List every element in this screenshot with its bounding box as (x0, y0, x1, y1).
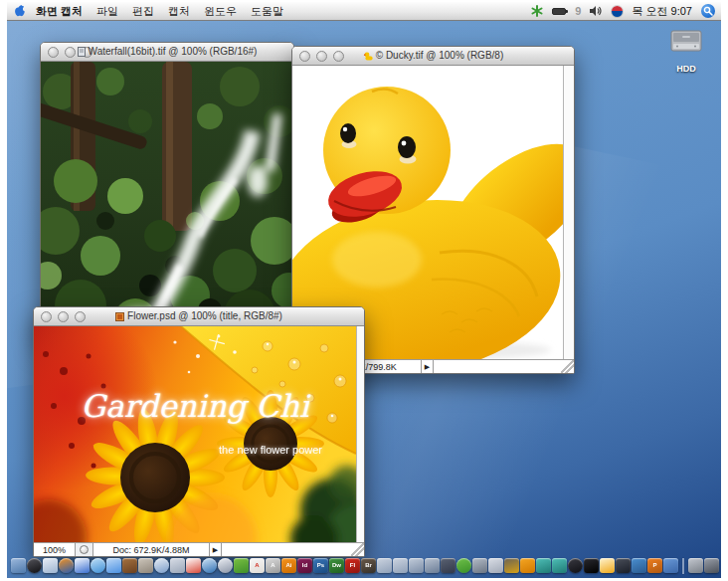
dock-icon-teal-mountain-2[interactable] (552, 558, 567, 573)
menu-edit[interactable]: 편집 (132, 4, 154, 19)
waterfall-canvas[interactable] (41, 62, 293, 339)
close-button[interactable] (48, 47, 59, 58)
dock-icon-statue-3[interactable] (409, 558, 424, 573)
flower-statusbar: 100% Doc: 672.9K/4.88M ▶ (34, 542, 364, 556)
dock-icon-adobe-reader[interactable]: A (250, 558, 265, 573)
menu-window[interactable]: 윈도우 (204, 4, 237, 19)
dock-separator (682, 558, 684, 574)
dock-icon-acrobat[interactable]: A (266, 558, 280, 573)
menu-app[interactable]: 화면 캡처 (36, 4, 83, 19)
dock-icon-dictionary[interactable] (122, 558, 137, 573)
flower-titlebar[interactable]: Flower.psd @ 100% (title, RGB/8#) (34, 307, 364, 326)
dock-icon-finder[interactable] (11, 558, 26, 573)
resize-grip-icon[interactable] (561, 360, 574, 373)
ducky-vertical-scrollbar[interactable] (563, 66, 574, 359)
status-popup-arrow-icon[interactable]: ▶ (422, 360, 434, 373)
spotlight-icon[interactable] (701, 4, 715, 18)
dock-icon-itunes[interactable] (154, 558, 169, 573)
hdd-drive-icon (668, 30, 704, 58)
dock-icon-ical[interactable] (186, 558, 201, 573)
apple-menu-icon[interactable] (13, 4, 26, 19)
dock-icon-teal-mountain-1[interactable] (536, 558, 551, 573)
dock-icon-chart-app[interactable] (75, 558, 90, 573)
zoom-button[interactable] (82, 47, 92, 58)
dock-icon-illustrator[interactable]: Ai (281, 558, 296, 573)
zoom-button[interactable] (333, 51, 344, 62)
classic-environment-menu-icon[interactable]: 9 (575, 5, 581, 17)
dock-icon-statue-2[interactable] (393, 558, 408, 573)
dock-icon-crown-app[interactable] (504, 558, 519, 573)
dock-icon-statue-4[interactable] (425, 558, 440, 573)
dock-icon-aperture[interactable] (568, 558, 583, 573)
dock-icon-sun-app[interactable] (600, 558, 615, 573)
menu-help[interactable]: 도움말 (251, 4, 283, 19)
menu-list: 화면 캡처 파일 편집 캡처 윈도우 도움말 (36, 4, 283, 19)
dock-icon-firefox[interactable] (59, 558, 74, 573)
ducky-horizontal-scrollbar[interactable] (434, 360, 561, 373)
psd-document-icon (115, 312, 124, 323)
menu-extras: 9 목 오전 9:07 (531, 4, 715, 19)
close-button[interactable] (41, 311, 52, 322)
dock-icon-green-app[interactable] (234, 558, 249, 573)
dock-icon-indesign[interactable]: Id (297, 558, 312, 573)
dock-icon-camino[interactable] (202, 558, 217, 573)
menu-file[interactable]: 파일 (96, 4, 118, 19)
dock-icon-black-camera[interactable] (584, 558, 599, 573)
zoom-level-field[interactable]: 100% (34, 543, 76, 556)
dock-icon-flash[interactable]: Fl (345, 558, 360, 573)
flower-horizontal-scrollbar[interactable] (222, 543, 351, 556)
status-pen-icon (80, 545, 89, 554)
window-flower: Flower.psd @ 100% (title, RGB/8#) (33, 306, 365, 557)
battery-menu-icon[interactable] (552, 8, 566, 15)
dock: AAAiIdPsDwFlBrP (11, 558, 719, 577)
dock-icon-pen-app[interactable] (616, 558, 631, 573)
dock-icon-feather-app[interactable] (632, 558, 646, 573)
dock-icon-photoshop[interactable]: Ps (313, 558, 328, 573)
waterfall-titlebar[interactable]: Waterfall(16bit).tif @ 100% (RGB/16#) (41, 43, 293, 62)
hdd-label: HDD (655, 64, 717, 74)
desktop: 화면 캡처 파일 편집 캡처 윈도우 도움말 9 목 오전 9:07 (7, 2, 721, 578)
resize-grip-icon[interactable] (351, 543, 364, 556)
dock-icon-dreamweaver[interactable]: Dw (329, 558, 344, 573)
dock-icon-preview[interactable] (43, 558, 58, 573)
dock-icon-bridge[interactable]: Br (361, 558, 376, 573)
dock-icon-orange-app[interactable] (520, 558, 535, 573)
dock-icon-camera-gray[interactable] (472, 558, 487, 573)
dock-icon-photo-app[interactable] (488, 558, 503, 573)
hdd-desktop-icon[interactable]: HDD (655, 30, 717, 74)
dock-icon-ichat[interactable] (106, 558, 121, 573)
dock-icon-quicktime[interactable] (218, 558, 233, 573)
duck-document-icon (363, 52, 373, 63)
menu-capture[interactable]: 캡처 (168, 4, 190, 19)
menu-bar: 화면 캡처 파일 편집 캡처 윈도우 도움말 9 목 오전 9:07 (7, 2, 721, 21)
dock-icon-notebook[interactable] (138, 558, 153, 573)
green-star-menu-icon[interactable] (531, 5, 543, 17)
zoom-button[interactable] (75, 311, 86, 322)
status-popup-arrow-icon[interactable]: ▶ (210, 543, 222, 556)
dock-icon-statue-1[interactable] (377, 558, 392, 573)
dock-icon-eight-ball[interactable] (27, 558, 42, 573)
dock-icon-safari[interactable] (91, 558, 105, 573)
dock-icon-mail[interactable] (170, 558, 185, 573)
window-waterfall: Waterfall(16bit).tif @ 100% (RGB/16#) (40, 42, 294, 340)
minimize-button[interactable] (316, 51, 327, 62)
flower-canvas[interactable]: Gardening Chi the new flower power (34, 326, 356, 542)
minimize-button[interactable] (58, 311, 69, 322)
korean-input-flag-icon[interactable] (612, 6, 623, 17)
close-button[interactable] (299, 51, 310, 62)
flower-vertical-scrollbar[interactable] (356, 326, 364, 542)
dock-icon-podium[interactable] (688, 558, 703, 573)
flower-doc-size: Doc: 672.9K/4.88M (92, 543, 210, 556)
dock-icon-green-sphere[interactable] (456, 558, 471, 573)
menu-clock[interactable]: 목 오전 9:07 (632, 4, 692, 19)
ducky-titlebar[interactable]: © Ducky.tif @ 100% (RGB/8) (292, 47, 574, 66)
dock-icon-people-app[interactable] (663, 558, 678, 573)
volume-menu-icon[interactable] (590, 5, 603, 17)
minimize-button[interactable] (65, 47, 76, 58)
dock-icon-dark-figure[interactable] (441, 558, 455, 573)
dock-icon-trash[interactable] (704, 558, 719, 573)
dock-icon-orange-p-app[interactable]: P (647, 558, 662, 573)
